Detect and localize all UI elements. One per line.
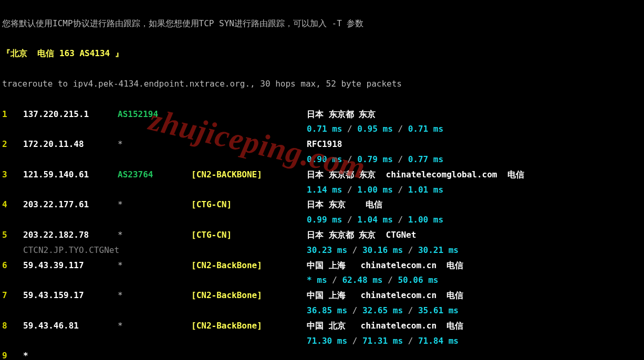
hop-tag: [CN2-BackBone] — [191, 319, 307, 334]
hop-asn: * — [118, 197, 191, 213]
hop-row: 3 121.59.140.61 AS23764 [CN2-BACKBONE] 日… — [2, 167, 644, 183]
hop-row: 1 137.220.215.1 AS152194 日本 东京都 东京 — [2, 107, 644, 122]
banner-line: 『北京 电信 163 AS4134 』 — [2, 46, 644, 61]
rtt-value: 30.21 ms — [418, 245, 459, 255]
hop-number: 8 — [2, 319, 23, 334]
hop-ip: 137.220.215.1 — [23, 107, 118, 122]
spacer — [2, 213, 23, 228]
rtt-value: 1.00 ms — [408, 215, 443, 225]
hop-rtts: 1.14 ms / 1.00 ms / 1.01 ms — [307, 183, 443, 198]
hop-rtts: 0.90 ms / 0.79 ms / 0.77 ms — [307, 152, 443, 167]
hop-tag — [191, 137, 307, 152]
hop-rtts: 0.71 ms / 0.95 ms / 0.71 ms — [307, 122, 443, 137]
hop-ip: 59.43.46.81 — [23, 319, 118, 334]
rtt-separator: / — [347, 336, 362, 346]
hop-detail-row: 0.71 ms / 0.95 ms / 0.71 ms — [2, 122, 644, 137]
hop-rtts: 30.23 ms / 30.16 ms / 30.21 ms — [307, 243, 459, 258]
hop-location: 中国 上海 chinatelecom.cn 电信 — [307, 258, 463, 273]
hop-row: 7 59.43.159.17 * [CN2-BackBone] 中国 上海 ch… — [2, 288, 644, 303]
hop-number: 9 — [2, 348, 23, 360]
rtt-value: 0.77 ms — [408, 154, 443, 164]
rtt-separator: / — [393, 154, 408, 164]
spacer — [2, 183, 23, 198]
hop-asn: AS23764 — [118, 167, 191, 183]
hop-asn: * — [118, 288, 191, 303]
rtt-value: 1.04 ms — [357, 215, 392, 225]
hop-row: 8 59.43.46.81 * [CN2-BackBone] 中国 北京 chi… — [2, 319, 644, 334]
intro-line: 您将默认使用ICMP协议进行路由跟踪，如果您想使用TCP SYN进行路由跟踪，可… — [2, 16, 644, 31]
hop-ip: 172.20.11.48 — [23, 137, 118, 152]
spacer — [2, 334, 23, 349]
rtt-separator: / — [342, 124, 357, 134]
hop-detail-row: 0.90 ms / 0.79 ms / 0.77 ms — [2, 152, 644, 167]
hop-location: 日本 东京 电信 — [307, 197, 382, 213]
rtt-value: 1.14 ms — [307, 185, 342, 195]
spacer — [2, 303, 23, 319]
hop-row: 4 203.22.177.61 * [CTG-CN] 日本 东京 电信 — [2, 197, 644, 213]
rtt-value: 0.71 ms — [408, 124, 443, 134]
hop-tag — [191, 107, 307, 122]
rtt-separator: / — [393, 124, 408, 134]
hop-asn: * — [118, 137, 191, 152]
hop-tag: [CN2-BackBone] — [191, 258, 307, 273]
hop-asn: * — [118, 258, 191, 273]
hop-rtts: * ms / 62.48 ms / 50.06 ms — [307, 273, 438, 288]
hop-ip: 203.22.182.78 — [23, 228, 118, 243]
rtt-separator: / — [383, 275, 398, 285]
hop-detail-row: 36.85 ms / 32.65 ms / 35.61 ms — [2, 303, 644, 319]
hop-ip: * — [23, 348, 118, 360]
hop-row: 6 59.43.39.117 * [CN2-BackBone] 中国 上海 ch… — [2, 258, 644, 273]
hop-row: 5 203.22.182.78 * [CTG-CN] 日本 东京都 东京 CTG… — [2, 228, 644, 243]
hop-location: 中国 北京 chinatelecom.cn 电信 — [307, 319, 463, 334]
traceroute-line: traceroute to ipv4.pek-4134.endpoint.nxt… — [2, 77, 644, 92]
rtt-separator: / — [347, 305, 362, 315]
hop-location: 日本 东京都 东京 chinatelecomglobal.com 电信 — [307, 167, 524, 183]
hop-row: 9 * — [2, 348, 644, 360]
rtt-separator: / — [403, 336, 418, 346]
rtt-value: * ms — [307, 275, 327, 285]
spacer — [2, 152, 23, 167]
hop-number: 6 — [2, 258, 23, 273]
hop-tag: [CN2-BackBone] — [191, 288, 307, 303]
rtt-separator: / — [342, 185, 357, 195]
rtt-value: 0.99 ms — [307, 215, 342, 225]
hop-location: 日本 东京都 东京 — [307, 107, 376, 122]
hop-asn: * — [118, 319, 191, 334]
hop-number: 4 — [2, 197, 23, 213]
hop-ip: 59.43.39.117 — [23, 258, 118, 273]
hop-number: 2 — [2, 137, 23, 152]
rtt-separator: / — [393, 215, 408, 225]
rtt-value: 0.95 ms — [357, 124, 392, 134]
rtt-separator: / — [342, 215, 357, 225]
hop-tag: [CN2-BACKBONE] — [191, 167, 307, 183]
rtt-value: 50.06 ms — [398, 275, 438, 285]
rtt-value: 0.71 ms — [307, 124, 342, 134]
hop-detail-row: 0.99 ms / 1.04 ms / 1.00 ms — [2, 213, 644, 228]
rtt-value: 30.23 ms — [307, 245, 347, 255]
rtt-value: 0.79 ms — [357, 154, 392, 164]
hop-location: RFC1918 — [307, 137, 342, 152]
hop-tag: [CTG-CN] — [191, 228, 307, 243]
rtt-value: 35.61 ms — [418, 305, 459, 315]
hop-number: 5 — [2, 228, 23, 243]
hop-ip: 121.59.140.61 — [23, 167, 118, 183]
hop-row: 2 172.20.11.48 * RFC1918 — [2, 137, 644, 152]
rtt-separator: / — [403, 245, 418, 255]
spacer — [2, 273, 23, 288]
rtt-value: 32.65 ms — [362, 305, 403, 315]
rtt-value: 30.16 ms — [362, 245, 403, 255]
hop-detail-row: * ms / 62.48 ms / 50.06 ms — [2, 273, 644, 288]
hop-location: 中国 上海 chinatelecom.cn 电信 — [307, 288, 463, 303]
rtt-value: 71.84 ms — [418, 336, 459, 346]
hop-list: 1 137.220.215.1 AS152194 日本 东京都 东京 0.71 … — [2, 107, 644, 360]
hop-number: 1 — [2, 107, 23, 122]
hop-number: 3 — [2, 167, 23, 183]
hop-detail-row: 71.30 ms / 71.31 ms / 71.84 ms — [2, 334, 644, 349]
hop-detail-row: CTCN2.JP.TYO.CTGNet30.23 ms / 30.16 ms /… — [2, 243, 644, 258]
hop-asn: AS152194 — [118, 107, 191, 122]
hop-number: 7 — [2, 288, 23, 303]
terminal-output: 您将默认使用ICMP协议进行路由跟踪，如果您想使用TCP SYN进行路由跟踪，可… — [0, 0, 644, 360]
rtt-separator: / — [327, 275, 342, 285]
rtt-value: 36.85 ms — [307, 305, 347, 315]
spacer — [2, 243, 23, 258]
